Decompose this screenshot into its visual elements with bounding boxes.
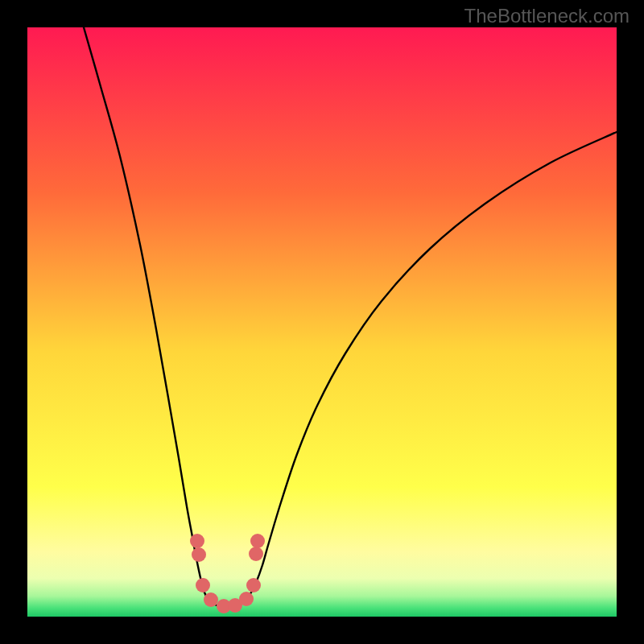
marker-dot <box>196 578 210 592</box>
marker-dot <box>249 547 263 561</box>
chart-frame: TheBottleneck.com <box>0 0 644 644</box>
marker-dot <box>190 534 204 548</box>
marker-dot <box>246 578 261 592</box>
marker-dot <box>239 592 254 606</box>
marker-dots <box>190 534 265 613</box>
bottleneck-curve <box>84 27 617 608</box>
marker-dot <box>204 592 218 607</box>
watermark-text: TheBottleneck.com <box>464 5 630 27</box>
marker-dot <box>192 547 206 562</box>
marker-dot <box>250 534 265 548</box>
plot-area <box>27 27 617 617</box>
curve-layer <box>27 27 617 617</box>
